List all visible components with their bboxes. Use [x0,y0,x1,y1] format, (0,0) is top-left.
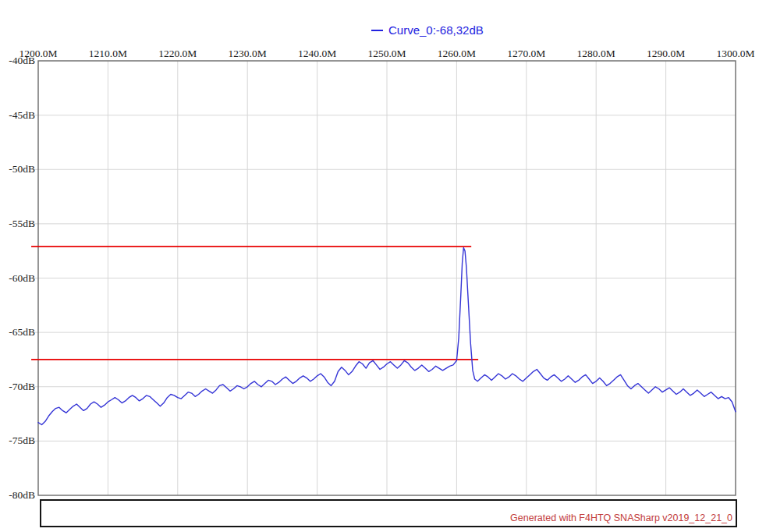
y-tick-label: -50dB [0,163,35,176]
y-tick-label: -65dB [0,326,35,339]
y-tick-label: -45dB [0,109,35,122]
x-tick-label: 1270.0M [507,48,545,60]
y-tick-label: -70dB [0,381,35,393]
x-tick-label: 1280.0M [577,48,615,60]
footer-box: Generated with F4HTQ SNASharp v2019_12_2… [40,499,737,527]
snasharp-sweep-chart: Curve_0:-68,32dB 1200.0M1210.0M1220.0M12… [0,0,766,532]
y-tick-label: -80dB [0,489,35,502]
x-tick-label: 1260.0M [438,48,476,60]
x-tick-label: 1240.0M [298,48,336,60]
x-tick-label: 1300.0M [716,48,754,60]
y-tick-label: -40dB [0,55,35,67]
y-tick-label: -75dB [0,434,35,447]
x-tick-label: 1210.0M [89,48,127,60]
y-tick-label: -55dB [0,218,35,230]
plot-area [0,0,766,532]
x-tick-label: 1250.0M [367,48,406,60]
y-tick-label: -60dB [0,272,35,285]
x-tick-label: 1220.0M [158,48,197,60]
footer-credit: Generated with F4HTQ SNASharp v2019_12_2… [510,512,732,523]
x-tick-label: 1290.0M [647,48,685,60]
x-tick-label: 1230.0M [229,48,267,60]
